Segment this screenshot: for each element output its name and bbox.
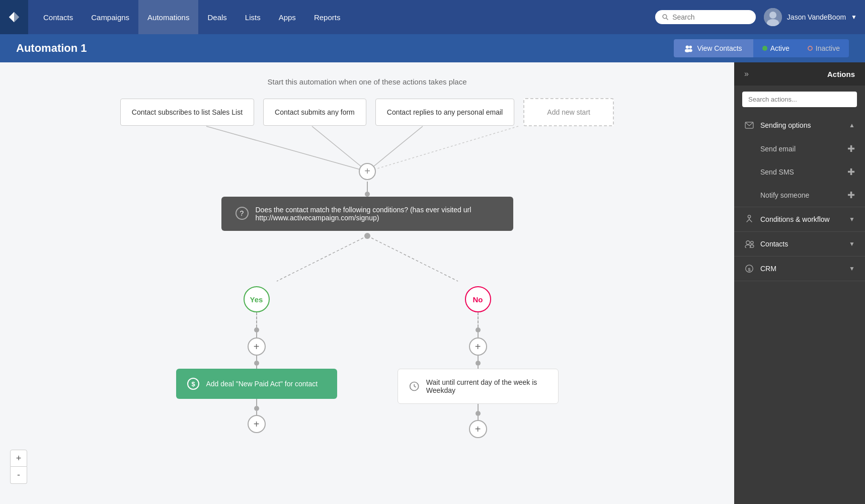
notify-someone-plus-icon[interactable]: ✚ [847, 190, 855, 201]
header-actions: View Contacts Active Inactive [674, 39, 849, 57]
no-plus-button-2[interactable]: + [469, 420, 487, 438]
logo[interactable] [0, 0, 28, 34]
nav-deals[interactable]: Deals [198, 0, 235, 34]
active-button[interactable]: Active [753, 39, 799, 57]
user-info[interactable]: Jason VandeBoom ▼ [764, 8, 857, 26]
no-connector [478, 312, 479, 327]
yes-connector [256, 312, 257, 327]
svg-text:$: $ [191, 380, 195, 388]
no-circle[interactable]: No [465, 286, 491, 312]
send-email-label: Send email [760, 145, 796, 153]
svg-line-12 [312, 126, 367, 172]
sidebar-header: » Actions [734, 62, 865, 86]
svg-line-24 [414, 386, 416, 387]
svg-marker-0 [9, 12, 14, 23]
svg-text:+: + [364, 165, 370, 177]
crm-section-header[interactable]: $ CRM ▼ [734, 257, 865, 281]
sidebar-search-input[interactable] [742, 92, 857, 107]
contacts-section-header[interactable]: Contacts ▼ [734, 232, 865, 256]
avatar [764, 8, 782, 26]
view-contacts-label: View Contacts [697, 44, 742, 52]
svg-text:$: $ [748, 267, 751, 272]
no-dot-3 [476, 411, 481, 416]
send-email-item[interactable]: Send email ✚ [734, 137, 865, 160]
sidebar-collapse-icon[interactable]: » [744, 69, 749, 78]
crm-chevron: ▼ [849, 265, 855, 272]
send-email-plus-icon[interactable]: ✚ [847, 143, 855, 154]
svg-point-5 [769, 12, 776, 19]
nav-reports[interactable]: Reports [305, 0, 350, 34]
canvas: Start this automation when one of these … [0, 62, 734, 504]
condition-text: Does the contact match the following con… [256, 206, 499, 222]
sending-options-header[interactable]: Sending options ▲ [734, 113, 865, 137]
nav-apps[interactable]: Apps [270, 0, 305, 34]
email-icon [744, 120, 754, 130]
crm-section-label: CRM [760, 265, 843, 273]
add-trigger-button[interactable]: Add new start [523, 98, 614, 126]
sidebar-section-conditions: Conditions & workflow ▼ [734, 207, 865, 232]
trigger-subscribe[interactable]: Contact subscribes to list Sales List [120, 99, 254, 126]
svg-line-29 [749, 219, 752, 222]
condition-container: ? Does the contact match the following c… [221, 197, 513, 231]
trigger-connector-svg: + [141, 126, 594, 182]
yes-circle[interactable]: Yes [244, 286, 270, 312]
yes-plus-button-2[interactable]: + [248, 415, 266, 433]
conditions-workflow-header[interactable]: Conditions & workflow ▼ [734, 207, 865, 231]
nav-lists[interactable]: Lists [236, 0, 270, 34]
add-deal-action[interactable]: $ Add deal "New Paid Act" for contact [176, 369, 337, 399]
nav-contacts[interactable]: Contacts [34, 0, 82, 34]
no-connector-6 [478, 416, 479, 420]
main-layout: Start this automation when one of these … [0, 62, 865, 504]
sidebar: » Actions Sending options ▲ Send email ✚ [734, 62, 865, 504]
sending-options-items: Send email ✚ Send SMS ✚ Notify someone ✚ [734, 137, 865, 207]
connector-line-1 [367, 182, 368, 192]
contacts-section-label: Contacts [760, 240, 843, 248]
notify-someone-label: Notify someone [760, 191, 809, 199]
svg-point-26 [748, 215, 750, 218]
svg-line-13 [367, 126, 423, 172]
nav-automations[interactable]: Automations [138, 0, 198, 34]
nav-campaigns[interactable]: Campaigns [82, 0, 138, 34]
search-input[interactable] [672, 13, 749, 21]
zoom-out-button[interactable]: - [10, 467, 27, 484]
send-sms-plus-icon[interactable]: ✚ [847, 166, 855, 178]
yes-connector-6 [256, 411, 257, 415]
condition-box[interactable]: ? Does the contact match the following c… [221, 197, 513, 231]
start-label: Start this automation when one of these … [267, 77, 466, 86]
yes-plus-button[interactable]: + [248, 338, 266, 356]
navbar: Contacts Campaigns Automations Deals Lis… [0, 0, 865, 34]
yes-connector-3 [256, 356, 257, 361]
svg-line-14 [367, 126, 518, 172]
search-icon [662, 14, 668, 21]
svg-point-30 [746, 241, 750, 244]
trigger-email-reply[interactable]: Contact replies to any personal email [375, 99, 514, 126]
dollar-icon: $ [187, 378, 199, 390]
svg-point-10 [689, 49, 692, 52]
yes-branch: Yes + $ Add deal "New Paid Act" for cont… [176, 286, 337, 433]
wait-action[interactable]: Wait until current day of the week is We… [398, 369, 559, 404]
view-contacts-button[interactable]: View Contacts [674, 39, 753, 57]
no-plus-button[interactable]: + [469, 338, 487, 356]
inactive-dot [808, 46, 813, 51]
no-connector-5 [478, 404, 479, 411]
sidebar-section-crm: $ CRM ▼ [734, 257, 865, 281]
notify-someone-item[interactable]: Notify someone ✚ [734, 184, 865, 207]
conditions-workflow-label: Conditions & workflow [760, 215, 843, 223]
yes-dot-2 [254, 361, 259, 366]
no-connector-3 [478, 356, 479, 361]
svg-line-3 [666, 18, 668, 20]
zoom-in-button[interactable]: + [10, 450, 27, 467]
inactive-button[interactable]: Inactive [799, 39, 849, 57]
no-branch: No + Wait until current day of the week … [398, 286, 559, 438]
page-title: Automation 1 [16, 42, 87, 55]
active-label: Active [770, 44, 790, 52]
user-name: Jason VandeBoom [787, 13, 846, 21]
contacts-icon [744, 239, 754, 249]
svg-point-2 [663, 15, 667, 19]
search-box[interactable] [655, 10, 756, 24]
people-icon [685, 44, 693, 52]
send-sms-item[interactable]: Send SMS ✚ [734, 160, 865, 184]
trigger-form[interactable]: Contact submits any form [263, 99, 366, 126]
yes-dot-3 [254, 406, 259, 411]
no-dot [476, 327, 481, 332]
